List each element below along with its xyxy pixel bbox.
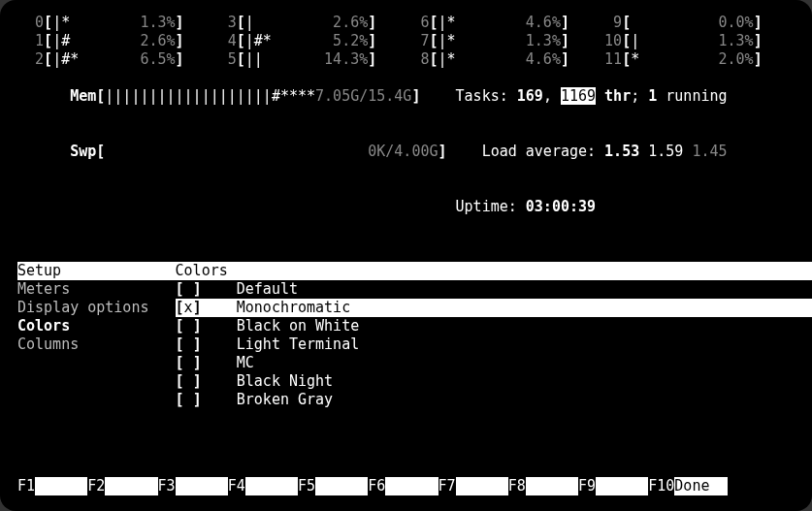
cpu-bracket-close: ] [754,32,763,49]
checkbox-close: ] [193,354,202,371]
checkbox-open: [ [176,372,184,390]
colors-title: Colors [176,262,812,280]
cpu-id: 0 [17,14,44,31]
fkey: F7 [438,477,456,495]
sp7 [517,198,526,215]
fkey: F9 [578,477,596,495]
color-option-label: MC [237,354,254,371]
swp-pad [52,143,70,160]
fkey-label[interactable] [35,477,87,495]
cpu-pct: 6.5% [131,50,175,68]
swp-bar [105,143,368,160]
cpu-pct: 4.6% [517,50,561,68]
color-option[interactable]: [ ] Default [176,280,812,299]
setup-menu-item[interactable]: Columns [17,335,176,354]
cpu-bar: || [245,50,324,68]
sp [508,87,517,105]
opt-gap [202,372,237,390]
mem-used: 7.05G [315,87,359,105]
checkbox-open: [ [176,354,184,371]
fkey-label[interactable] [315,477,368,495]
cpu-bracket-open: [ [237,14,245,31]
tasks-thr-label: thr [604,87,631,105]
mem-label [52,87,70,105]
sp2 [596,87,604,105]
cpu-bar: |* [438,50,517,68]
cpu-bracket-open: [ [622,32,631,49]
fkey-label[interactable] [105,477,157,495]
colors-pane: Colors [ ] Default[x] Monochromatic[ ] B… [176,262,812,409]
fkey-label[interactable] [245,477,298,495]
fkey: F6 [368,477,385,495]
fkey-label[interactable] [456,477,508,495]
cpu-row: 2[|#* 6.5%] 5[|| 14.3%] 8[|* 4.6%] 11[* … [17,50,795,69]
setup-menu-item[interactable]: Colors [17,317,176,335]
cpu-id: 6 [403,14,429,31]
load-label: Load average: [482,143,596,160]
cpu-id: 9 [596,14,622,31]
uptime-label: Uptime: [456,198,517,215]
cpu-id: 2 [17,50,44,68]
checkbox-close: ] [193,391,202,408]
checkbox-mark [184,354,193,371]
color-option-label: Light Terminal [237,335,359,353]
mem-bracket-open: [ [96,87,105,105]
load-2: 1.59 [648,143,683,160]
swp-label: Swp [70,143,96,160]
swp-load-row: Swp[ 0K/4.00G] Load average: 1.53 1.59 1… [17,124,795,179]
checkbox-close: ] [193,372,202,390]
cpu-bracket-open: [ [429,50,438,68]
opt-gap [202,280,237,298]
opt-gap [202,391,237,408]
checkbox-close: ] [193,299,202,316]
mem-label-text: Mem [70,87,96,105]
cpu-id: 7 [403,32,429,49]
fkey: F5 [298,477,315,495]
fkey-label[interactable] [176,477,228,495]
fkey-label[interactable] [526,477,578,495]
color-option[interactable]: [ ] Black on White [176,317,812,335]
opt-gap [202,354,237,371]
fkey-label[interactable]: Done [674,477,727,495]
cpu-bracket-close: ] [176,50,184,68]
cpu-meters: 0[|* 1.3%] 3[| 2.6%] 6[|* 4.6%] 9[ 0.0%]… [17,14,795,69]
cpu-bracket-open: [ [429,14,438,31]
uptime-row: Uptime: 03:00:39 [17,179,795,235]
setup-menu-item[interactable]: Meters [17,280,176,299]
color-option[interactable]: [ ] MC [176,354,812,372]
load-1: 1.53 [604,143,639,160]
cpu-gap [569,14,596,31]
spacer2 [447,143,482,160]
cpu-gap [376,32,403,49]
load-3: 1.45 [692,143,727,160]
checkbox-mark [184,372,193,390]
cpu-bracket-close: ] [561,32,569,49]
color-option[interactable]: [ ] Broken Gray [176,391,812,409]
setup-menu-item[interactable]: Display options [17,299,176,317]
checkbox-mark [184,391,193,408]
cpu-pct: 1.3% [709,32,753,49]
color-option[interactable]: [ ] Light Terminal [176,335,812,354]
cpu-id: 10 [596,32,622,49]
sp3 [657,87,666,105]
checkbox-open: [ [176,317,184,335]
cpu-bracket-open: [ [622,50,631,68]
cpu-bracket-open: [ [44,50,52,68]
cpu-pct: 4.6% [517,14,561,31]
color-option[interactable]: [x] Monochromatic [176,299,812,317]
tasks-running-label: running [666,87,727,105]
fkey: F3 [158,477,176,495]
fkey-label[interactable] [385,477,438,495]
cpu-id: 4 [211,32,237,49]
tasks-thr: 1169 [561,87,596,105]
opt-gap [202,335,237,353]
uptime-pad [52,198,455,215]
color-option-label: Monochromatic [237,299,350,316]
tasks-label: Tasks: [456,87,508,105]
cpu-bar: |#* [245,32,324,49]
color-option[interactable]: [ ] Black Night [176,372,812,391]
cpu-bracket-open: [ [237,50,245,68]
checkbox-open: [ [176,280,184,298]
cpu-gap [184,32,211,49]
fkey-label[interactable] [596,477,648,495]
